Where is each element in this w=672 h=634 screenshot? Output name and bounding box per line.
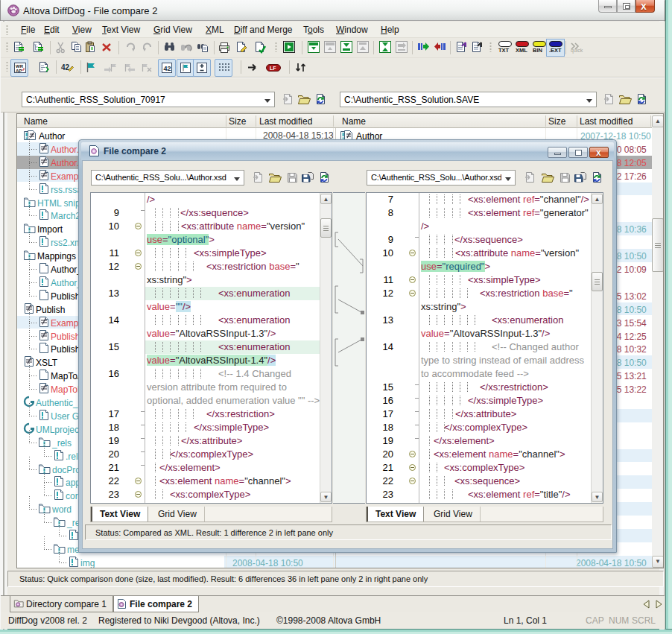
- svg-text:LF: LF: [270, 66, 276, 71]
- svg-text:AP: AP: [16, 69, 22, 73]
- svg-text:quick: quick: [571, 48, 583, 54]
- svg-text:XML: XML: [516, 47, 527, 54]
- svg-text:42: 42: [164, 65, 171, 72]
- svg-text:TXT: TXT: [498, 47, 510, 54]
- svg-text:.EXT: .EXT: [549, 47, 562, 54]
- svg-text:BIN: BIN: [533, 47, 542, 54]
